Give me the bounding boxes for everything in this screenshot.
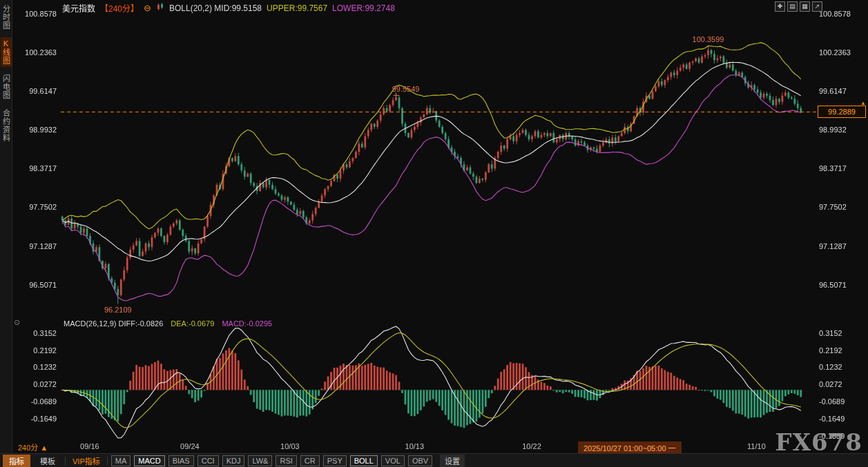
x-axis-row: 240分 ▲ 09/1609/2410/0310/1310/2211/10202… — [0, 441, 868, 453]
window-control-icons: ✚▤▦↗ — [775, 1, 822, 12]
lines-view-icon[interactable]: ▤ — [787, 1, 798, 12]
indicator-button-obv[interactable]: OBV — [408, 455, 432, 466]
indicator-button-kdj[interactable]: KDJ — [222, 455, 245, 466]
indicator-button-rsi[interactable]: RSI — [276, 455, 296, 466]
indicator-toolbar: 指标模板VIP指标MAMACDBIASCCIKDJLW&RSICRPSYBOLL… — [0, 453, 868, 467]
candlestick-icon — [156, 3, 164, 13]
trading-app-window: 分时图K线图闪电图合约资料 美元指数【240分】 ⊖ BOLL(20,2) MI… — [0, 0, 868, 467]
price-axis-label-right-6: 97.1287 — [819, 242, 847, 250]
indicator-button-macd[interactable]: MACD — [134, 455, 164, 466]
x-axis-date-1: 09/24 — [180, 442, 200, 450]
indicator-button-boll[interactable]: BOLL — [350, 455, 378, 466]
x-axis-date-3: 10/13 — [405, 442, 425, 450]
macd-macd-label: MACD:-0.0295 — [222, 319, 272, 328]
indicator-button-vol[interactable]: VOL — [381, 455, 405, 466]
indicator-button-bias[interactable]: BIAS — [168, 455, 194, 466]
boll-upper-label: UPPER:99.7567 — [267, 3, 327, 13]
symbol-name: 美元指数 — [62, 2, 95, 14]
crosshair-icon[interactable]: ✚ — [775, 1, 785, 12]
price-arrow-icon: ▲ — [860, 100, 866, 106]
chart-header: 美元指数【240分】 ⊖ BOLL(20,2) MID:99.5158 UPPE… — [62, 2, 395, 14]
toolbar-tab-2[interactable]: 模板 — [34, 455, 61, 467]
macd-axis-label-right-5: -0.1649 — [819, 415, 845, 423]
indicator-button-ma[interactable]: MA — [111, 455, 131, 466]
toolbar-tab-1[interactable]: 指标 — [3, 455, 30, 467]
price-axis-label-right-1: 100.2363 — [819, 48, 851, 57]
grid-view-icon[interactable]: ▦ — [800, 1, 810, 12]
sidebar-tab-3[interactable]: 闪电图 — [1, 72, 12, 101]
chart-type-sidebar: 分时图K线图闪电图合约资料 — [0, 0, 12, 467]
indicator-button-cr[interactable]: CR — [300, 455, 320, 466]
collapse-indicator-icon[interactable]: ⊙ — [14, 318, 20, 327]
boll-lower-label: LOWER:99.2748 — [332, 3, 395, 13]
price-axis-label-right-5: 97.7502 — [819, 203, 847, 211]
macd-dea-label: DEA:-0.0679 — [171, 319, 214, 328]
price-axis-label-right-3: 98.9932 — [819, 126, 847, 134]
indicator-button-psy[interactable]: PSY — [323, 455, 347, 466]
sidebar-tab-1[interactable]: 分时图 — [1, 3, 12, 32]
macd-axis-label-right-2: 0.1232 — [819, 363, 842, 371]
macd-axis-label-right-0: 0.3152 — [819, 329, 842, 337]
macd-axis-label-right-3: 0.0272 — [819, 380, 842, 388]
period-tag: 【240分】 — [100, 2, 139, 14]
sidebar-tab-2[interactable]: K线图 — [1, 37, 12, 67]
zoom-out-icon[interactable]: ⊖ — [144, 3, 151, 13]
x-axis-date-4: 10/22 — [522, 442, 541, 450]
crosshair-date-label: 2025/10/27 01:00~05:00 一 — [578, 441, 682, 454]
macd-header: MACD(26,12,9) DIFF:-0.0826 DEA:-0.0679 M… — [64, 319, 272, 328]
sidebar-tab-4[interactable]: 合约资料 — [1, 107, 12, 144]
candlestick-chart-canvas[interactable] — [0, 0, 868, 467]
vip-indicators-button[interactable]: VIP指标 — [73, 455, 100, 466]
toolbar-divider — [65, 457, 66, 465]
price-axis-label-right-0: 100.8578 — [819, 10, 851, 18]
last-price-tag: 99.2889 — [818, 106, 866, 118]
price-axis-label-right-7: 96.5071 — [819, 281, 847, 289]
macd-axis-label-right-4: -0.0689 — [819, 397, 845, 406]
x-axis-date-5: 11/10 — [747, 442, 766, 450]
x-axis-date-0: 09/16 — [80, 442, 99, 450]
price-axis-label-right-4: 98.3717 — [819, 164, 847, 172]
boll-mid-label: BOLL(20,2) MID:99.5158 — [169, 3, 262, 13]
popout-icon[interactable]: ↗ — [812, 1, 822, 12]
toolbar-divider — [107, 457, 108, 465]
indicator-button-cci[interactable]: CCI — [197, 455, 219, 466]
period-selector[interactable]: 240分 ▲ — [18, 441, 48, 453]
indicator-button-lw&[interactable]: LW& — [248, 455, 272, 466]
x-axis-date-2: 10/03 — [280, 442, 300, 450]
price-axis-label-right-2: 99.6147 — [819, 87, 847, 95]
macd-diff-label: MACD(26,12,9) DIFF:-0.0826 — [64, 319, 163, 328]
settings-button[interactable]: 设置 — [440, 455, 465, 467]
macd-axis-label-right-1: 0.2192 — [819, 346, 842, 355]
